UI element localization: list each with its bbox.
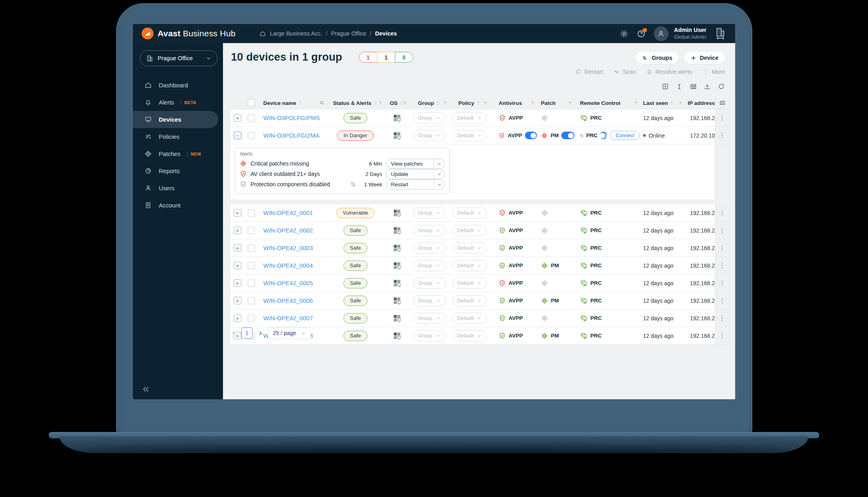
group-select[interactable]: Group xyxy=(413,130,445,141)
add-column-icon[interactable] xyxy=(662,83,669,90)
count-badge-red[interactable]: 1 xyxy=(359,52,377,63)
col-status-alerts[interactable]: Status & Alerts xyxy=(326,97,385,109)
device-name-link[interactable]: WIN-OPE42_0002 xyxy=(263,227,313,234)
expand-row-button[interactable]: + xyxy=(234,279,241,287)
policy-select[interactable]: Default xyxy=(452,112,487,124)
device-name-link[interactable]: WIN-OPE42_0003 xyxy=(263,245,313,251)
patch-toggle[interactable] xyxy=(561,132,574,139)
policy-select[interactable]: Default xyxy=(452,260,487,271)
sidebar-item-policies[interactable]: Policies xyxy=(133,128,223,145)
groups-button[interactable]: Groups xyxy=(636,52,679,64)
row-checkbox[interactable] xyxy=(248,297,255,304)
expand-row-button[interactable]: + xyxy=(234,297,241,304)
prev-page-button[interactable] xyxy=(231,330,237,336)
sidebar-collapse-button[interactable] xyxy=(142,385,150,394)
group-select[interactable]: Group xyxy=(413,225,445,236)
col-group[interactable]: Group xyxy=(409,97,449,109)
col-ip-address[interactable]: IP address xyxy=(685,97,715,109)
policy-select[interactable]: Default xyxy=(452,330,487,341)
filter-icon[interactable] xyxy=(483,101,488,106)
expand-row-button[interactable]: + xyxy=(234,209,241,217)
policy-select[interactable]: Default xyxy=(452,278,487,289)
search-icon[interactable] xyxy=(319,100,325,106)
expand-row-button[interactable]: + xyxy=(234,262,241,269)
scan-action[interactable]: Scan xyxy=(614,69,636,75)
column-settings-icon[interactable] xyxy=(715,97,729,109)
settings-gear-icon[interactable] xyxy=(619,29,629,38)
sidebar-item-devices[interactable]: Devices xyxy=(133,111,218,128)
select-all-checkbox[interactable] xyxy=(248,99,255,106)
alert-action-button[interactable]: View patches xyxy=(386,159,445,169)
group-select[interactable]: Group xyxy=(413,260,445,271)
expand-row-button[interactable]: + xyxy=(234,244,241,252)
resolve-alerts-action[interactable]: Resolve alerts xyxy=(646,69,692,75)
group-select[interactable]: Group xyxy=(413,243,445,254)
col-remote-control[interactable]: Remote Control xyxy=(574,97,640,109)
row-checkbox[interactable] xyxy=(248,227,255,234)
add-device-button[interactable]: Device xyxy=(684,52,725,64)
device-name-link[interactable]: WIN-OPE42_0007 xyxy=(263,315,313,321)
policy-select[interactable]: Default xyxy=(452,207,487,219)
device-name-link[interactable]: WIN-OPE42_0005 xyxy=(263,280,313,286)
next-page-button[interactable] xyxy=(257,330,263,336)
device-name-link[interactable]: WIN-OPE42_0006 xyxy=(263,297,313,304)
alert-action-button[interactable]: Update xyxy=(386,169,445,179)
group-select[interactable]: Group xyxy=(413,313,445,324)
filter-icon[interactable] xyxy=(568,101,573,106)
remote-control-toggle[interactable] xyxy=(600,132,606,139)
device-name-link[interactable]: WIN-O3POLFGIZMA xyxy=(263,132,320,139)
row-checkbox[interactable] xyxy=(248,262,255,269)
sidebar-item-alerts[interactable]: AlertsBETA xyxy=(133,94,223,111)
row-checkbox[interactable] xyxy=(248,315,255,322)
breadcrumb-item[interactable]: Prague Office xyxy=(331,30,366,37)
row-checkbox[interactable] xyxy=(248,280,255,287)
expand-row-button[interactable]: + xyxy=(234,227,241,234)
group-select[interactable]: Group xyxy=(413,330,445,341)
org-selector[interactable]: Prague Office xyxy=(140,50,217,66)
row-menu-kebab[interactable]: ⋮ xyxy=(719,115,726,121)
sidebar-item-reports[interactable]: Reports xyxy=(133,162,223,179)
company-switcher-icon[interactable] xyxy=(714,27,726,40)
alert-action-button[interactable]: Restart xyxy=(386,179,445,189)
avatar[interactable] xyxy=(654,26,669,41)
device-status-counts[interactable]: 118 xyxy=(359,52,413,63)
sidebar-item-account[interactable]: Account xyxy=(133,197,223,214)
filter-icon[interactable] xyxy=(633,101,638,106)
antivirus-toggle[interactable] xyxy=(525,132,537,139)
home-icon[interactable] xyxy=(259,30,266,37)
col-antivirus[interactable]: Antivirus xyxy=(490,97,537,109)
policy-select[interactable]: Default xyxy=(452,130,487,141)
export-download-icon[interactable] xyxy=(704,83,711,90)
row-menu-kebab[interactable]: ⋮ xyxy=(719,132,726,139)
group-select[interactable]: Group xyxy=(413,207,445,219)
row-checkbox[interactable] xyxy=(248,132,255,139)
filter-icon[interactable] xyxy=(442,101,448,106)
row-menu-kebab[interactable]: ⋮ xyxy=(719,298,726,304)
row-menu-kebab[interactable]: ⋮ xyxy=(719,245,726,251)
filter-icon[interactable] xyxy=(530,101,535,106)
expand-row-button[interactable]: + xyxy=(234,314,241,322)
filter-icon[interactable] xyxy=(402,101,408,106)
device-name-link[interactable]: WIN-OPE42_0004 xyxy=(263,262,313,269)
row-menu-kebab[interactable]: ⋮ xyxy=(719,315,726,321)
row-menu-kebab[interactable]: ⋮ xyxy=(719,333,726,339)
col-patch[interactable]: Patch xyxy=(537,97,574,109)
row-menu-kebab[interactable]: ⋮ xyxy=(719,227,726,234)
group-select[interactable]: Group xyxy=(413,295,445,306)
expand-row-button[interactable]: + xyxy=(234,114,241,122)
breadcrumb-item[interactable]: Large Business Acc. xyxy=(270,30,322,37)
sidebar-item-users[interactable]: Users xyxy=(133,179,223,197)
row-menu-kebab[interactable]: ⋮ xyxy=(719,262,726,269)
policy-select[interactable]: Default xyxy=(452,295,487,306)
filter-icon[interactable] xyxy=(378,101,383,106)
col-os[interactable]: OS xyxy=(385,97,409,109)
policy-select[interactable]: Default xyxy=(452,313,487,324)
device-name-link[interactable]: WIN-OPE42_0001 xyxy=(263,209,313,216)
connect-button[interactable]: Connect xyxy=(610,131,640,140)
text-cursor-icon[interactable] xyxy=(676,83,683,90)
col-last-seen[interactable]: Last seen xyxy=(640,97,685,109)
row-checkbox[interactable] xyxy=(248,245,255,252)
sidebar-item-patches[interactable]: PatchesNEW xyxy=(133,145,223,162)
group-select[interactable]: Group xyxy=(413,112,445,124)
row-menu-kebab[interactable]: ⋮ xyxy=(719,280,726,286)
